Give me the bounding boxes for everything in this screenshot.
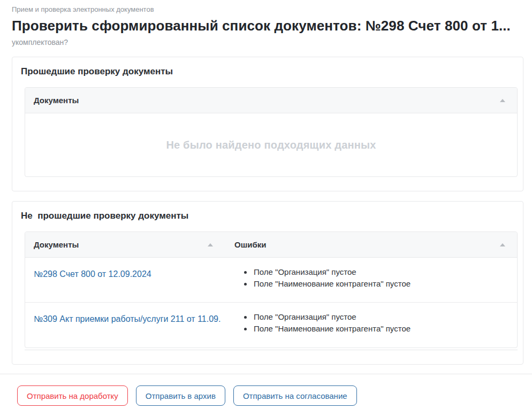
table-row: №309 Акт приемки работы/услуги 211 от 11… [25,303,517,348]
send-for-approval-button[interactable]: Отправить на согласование [233,385,357,406]
failed-errors-column-label: Ошибки [234,240,266,249]
sort-ascending-icon[interactable] [208,243,213,246]
passed-documents-column-label: Документы [34,96,79,105]
passed-documents-title: Прошедшие проверку документы [21,66,518,78]
failed-documents-title: Не прошедшие проверку документы [21,210,518,222]
passed-table-header: Документы [25,88,517,113]
page-title: Проверить сформированный список документ… [12,18,523,34]
passed-table-empty-body: Не было найдено подходящих данных [25,113,517,176]
document-link[interactable]: №298 Счет 800 от 12.09.2024 [34,268,151,280]
passed-documents-table: Документы Не было найдено подходящих дан… [25,87,518,177]
horizontal-scrollbar-track[interactable] [25,350,518,350]
send-to-archive-button[interactable]: Отправить в архив [136,385,225,406]
sort-ascending-icon[interactable] [500,99,505,102]
failed-documents-column-label: Документы [34,240,79,249]
passed-column-header-documents[interactable]: Документы [25,88,517,113]
breadcrumb: Прием и проверка электронных документов [12,5,523,14]
send-for-revision-button[interactable]: Отправить на доработку [17,385,128,406]
failed-column-header-documents[interactable]: Документы [25,232,226,257]
document-cell: №298 Счет 800 от 12.09.2024 [25,258,226,302]
page: Прием и проверка электронных документов … [0,0,532,406]
failed-column-header-errors[interactable]: Ошибки [226,232,517,257]
error-item: Поле "Организация" пустое [253,311,512,323]
footer-divider [0,374,532,374]
document-link[interactable]: №309 Акт приемки работы/услуги 211 от 11… [34,313,221,325]
failed-table-header: Документы Ошибки [25,232,517,258]
passed-documents-card: Прошедшие проверку документы Документы Н… [12,57,523,191]
error-item: Поле "Наименование контрагента" пустое [253,323,512,335]
errors-cell: Поле "Организация" пустое Поле "Наименов… [226,303,517,348]
errors-cell: Поле "Организация" пустое Поле "Наименов… [226,258,517,302]
table-row: №298 Счет 800 от 12.09.2024 Поле "Органи… [25,258,517,303]
empty-state-text: Не было найдено подходящих данных [166,139,376,151]
document-cell: №309 Акт приемки работы/услуги 211 от 11… [25,303,226,348]
actions-bar: Отправить на доработку Отправить в архив… [17,385,532,406]
failed-documents-table: Документы Ошибки №298 Счет 800 от 12.09.… [25,231,518,348]
error-item: Поле "Наименование контрагента" пустое [253,278,512,290]
error-item: Поле "Организация" пустое [253,266,512,278]
page-subtitle: укомплектован? [12,38,523,47]
error-list: Поле "Организация" пустое Поле "Наименов… [234,266,512,290]
sort-ascending-icon[interactable] [500,243,505,246]
error-list: Поле "Организация" пустое Поле "Наименов… [234,311,512,335]
failed-documents-card: Не прошедшие проверку документы Документ… [12,201,523,365]
